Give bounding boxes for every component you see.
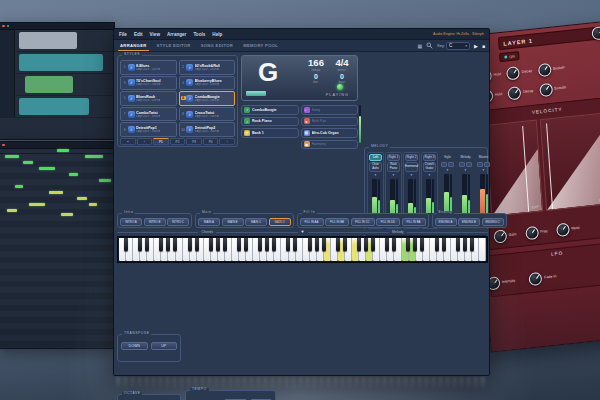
- solo-button[interactable]: [466, 162, 472, 167]
- chevron-down-icon[interactable]: ▾: [423, 173, 436, 177]
- fade-in-knob[interactable]: [529, 272, 543, 286]
- freq-knob[interactable]: [525, 226, 539, 240]
- split-marker-icon[interactable]: ▼: [301, 230, 305, 234]
- piano-black-key[interactable]: [406, 238, 410, 251]
- tab-song-editor[interactable]: SONG EDITOR: [199, 40, 236, 51]
- piano-black-key[interactable]: [308, 238, 312, 251]
- section-fill-in-dd-button[interactable]: FILL IN DD: [376, 218, 400, 226]
- styles-page-button[interactable]: P3: [186, 138, 202, 145]
- section-fill-in-aa-button[interactable]: FILL IN AA: [300, 218, 324, 226]
- style-item[interactable]: 9♪DetroitPop14 Apr 2023 - 156 KB: [120, 122, 177, 137]
- display-slot-bank-1[interactable]: ▤Bank 1: [241, 128, 299, 138]
- display-slot-song[interactable]: ♩Song: [301, 105, 359, 115]
- menu-item-arranger[interactable]: Arranger: [167, 32, 186, 37]
- menu-item-edit[interactable]: Edit: [134, 32, 143, 37]
- styles-page-button[interactable]: P4: [203, 138, 219, 145]
- styles-page-button[interactable]: «: [120, 138, 136, 145]
- piano-black-key[interactable]: [265, 238, 269, 251]
- menu-item-help[interactable]: Help: [212, 32, 222, 37]
- piano-black-key[interactable]: [456, 238, 460, 251]
- section-main-b-button[interactable]: MAIN B: [222, 218, 244, 226]
- tab-style-editor[interactable]: STYLE EDITOR: [155, 40, 193, 51]
- melody-channel-header[interactable]: Left: [369, 154, 382, 161]
- melody-channel-header[interactable]: Right 2: [405, 154, 418, 161]
- solo-button[interactable]: [484, 162, 490, 167]
- styles-page-button[interactable]: ‹: [137, 138, 153, 145]
- display-slot-harmony[interactable]: ◆Harmony: [301, 140, 359, 150]
- melody-channel-header[interactable]: Right 3: [423, 154, 436, 161]
- piano-black-key[interactable]: [371, 238, 375, 251]
- melody-voice-button[interactable]: Hammond: [405, 162, 418, 172]
- transpose-up-button[interactable]: UP: [151, 342, 178, 350]
- style-item[interactable]: 5♪BluesRock4 Apr 2023 - 156 KB: [120, 91, 177, 106]
- section-fill-in-ba-button[interactable]: FILL IN BA: [402, 218, 426, 226]
- piano-black-key[interactable]: [166, 238, 170, 251]
- chevron-down-icon[interactable]: ▾: [477, 168, 490, 172]
- decay-knob[interactable]: [506, 66, 520, 80]
- grid-view-icon[interactable]: ▦: [417, 43, 422, 49]
- piano-black-key[interactable]: [223, 238, 227, 251]
- piano-black-key[interactable]: [216, 238, 220, 251]
- melody-voice-button[interactable]: Crunch Guitar: [423, 162, 436, 172]
- section-intro-a-button[interactable]: INTRO A: [120, 218, 142, 226]
- style-item[interactable]: 7♪ComboTwist4 Apr 2023 - 156 KB: [120, 107, 177, 122]
- melody-voice-button[interactable]: Choir Aahs: [369, 162, 382, 172]
- gain-knob[interactable]: [493, 229, 507, 243]
- key-dropdown[interactable]: C▾: [446, 42, 470, 50]
- piano-black-key[interactable]: [159, 238, 163, 251]
- piano-black-key[interactable]: [343, 238, 347, 251]
- melody-channel-header[interactable]: Right 1: [387, 154, 400, 161]
- piano-black-key[interactable]: [357, 238, 361, 251]
- piano-black-key[interactable]: [173, 238, 177, 251]
- piano-black-key[interactable]: [188, 238, 192, 251]
- sustain-knob[interactable]: [537, 63, 551, 77]
- section-ending-c-button[interactable]: ENDING C: [482, 218, 504, 226]
- piano-black-key[interactable]: [336, 238, 340, 251]
- stop-button[interactable]: ■: [482, 43, 485, 49]
- piano-black-key[interactable]: [392, 238, 396, 251]
- piano-black-key[interactable]: [435, 238, 439, 251]
- style-item[interactable]: 2♪60'sRock&Roll4 Apr 2023 - 156 KB: [179, 60, 236, 75]
- mute-button[interactable]: [441, 162, 447, 167]
- piano-black-key[interactable]: [244, 238, 248, 251]
- tab-arranger[interactable]: ARRANGER: [118, 40, 149, 51]
- menu-item-file[interactable]: File: [119, 32, 127, 37]
- sustain-knob[interactable]: [539, 83, 553, 97]
- piano-black-key[interactable]: [258, 238, 262, 251]
- piano-black-key[interactable]: [145, 238, 149, 251]
- solo-button[interactable]: [448, 162, 454, 167]
- piano-black-key[interactable]: [463, 238, 467, 251]
- piano-white-key[interactable]: [479, 238, 486, 261]
- piano-black-key[interactable]: [315, 238, 319, 251]
- piano-black-key[interactable]: [442, 238, 446, 251]
- menu-item-view[interactable]: View: [150, 32, 160, 37]
- mute-button[interactable]: [477, 162, 483, 167]
- section-fill-in-bb-button[interactable]: FILL IN BB: [325, 218, 349, 226]
- piano-black-key[interactable]: [138, 238, 142, 251]
- piano-black-key[interactable]: [124, 238, 128, 251]
- style-item[interactable]: 10♪DetroitPop24 Apr 2023 - 156 KB: [179, 122, 236, 137]
- piano-black-key[interactable]: [364, 238, 368, 251]
- display-slot-afro-cub-organ[interactable]: ▦Afro-Cub Organ: [301, 128, 359, 138]
- chevron-down-icon[interactable]: ▾: [441, 168, 454, 172]
- section-main-a-button[interactable]: MAIN A: [198, 218, 220, 226]
- display-slot-multi-pad[interactable]: ●Multi Pad: [301, 117, 359, 127]
- chevron-down-icon[interactable]: ▾: [459, 168, 472, 172]
- piano-black-key[interactable]: [272, 238, 276, 251]
- section-intro-b-button[interactable]: INTRO B: [144, 218, 166, 226]
- reso-knob[interactable]: [556, 223, 570, 237]
- decay-knob[interactable]: [508, 86, 522, 100]
- piano-black-key[interactable]: [420, 238, 424, 251]
- section-intro-c-button[interactable]: INTRO C: [167, 218, 189, 226]
- section-ending-a-button[interactable]: ENDING A: [435, 218, 457, 226]
- mute-button[interactable]: [459, 162, 465, 167]
- section-fill-in-cc-button[interactable]: FILL IN CC: [351, 218, 375, 226]
- menu-item-tools[interactable]: Tools: [193, 32, 205, 37]
- piano-black-key[interactable]: [237, 238, 241, 251]
- piano-black-key[interactable]: [195, 238, 199, 251]
- synth-volume-knob[interactable]: [591, 26, 600, 40]
- style-item[interactable]: 1♪8-Blues4 Apr 2023 - 156 KB: [120, 60, 177, 75]
- piano-black-key[interactable]: [209, 238, 213, 251]
- melody-voice-button[interactable]: Rock Piano: [387, 162, 400, 172]
- piano-black-key[interactable]: [322, 238, 326, 251]
